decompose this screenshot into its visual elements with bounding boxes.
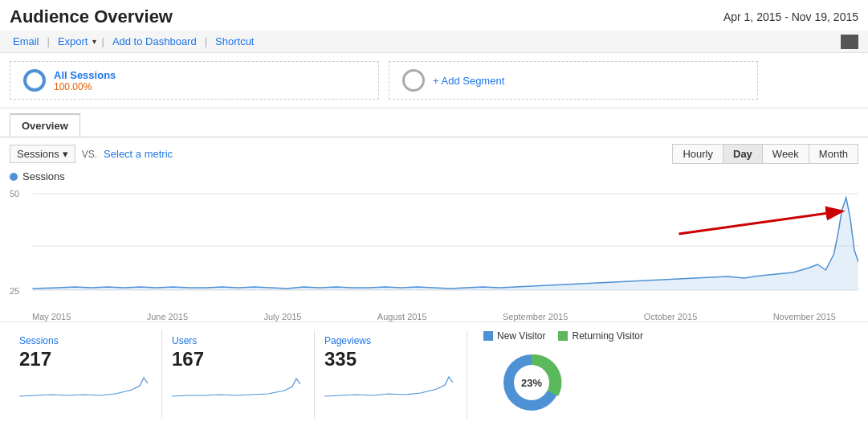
separator-3: | xyxy=(205,35,207,47)
active-segment-box: All Sessions 100.00% xyxy=(10,61,379,100)
sessions-legend-label: Sessions xyxy=(22,170,65,182)
add-segment-box[interactable]: + Add Segment xyxy=(389,61,758,100)
graduation-cap-icon xyxy=(841,35,858,49)
y-label-50: 50 xyxy=(10,189,19,199)
pageviews-mini-chart xyxy=(324,374,457,398)
sessions-mini-chart xyxy=(19,374,152,398)
x-label-october: October 2015 xyxy=(644,312,698,321)
pageviews-stat: Pageviews 335 xyxy=(315,330,467,419)
email-button[interactable]: Email xyxy=(10,34,43,49)
mortar-board-icon xyxy=(841,35,858,49)
time-btn-week[interactable]: Week xyxy=(762,144,809,164)
metric-selector: Sessions ▾ VS. Select a metric xyxy=(10,145,173,163)
bottom-section: Sessions 217 Users 167 Pageviews 335 xyxy=(0,321,868,427)
add-to-dashboard-button[interactable]: Add to Dashboard xyxy=(109,34,200,49)
segment-info: All Sessions 100.00% xyxy=(54,69,116,92)
export-caret-icon: ▾ xyxy=(92,37,96,46)
metric-caret-icon: ▾ xyxy=(63,148,68,160)
y-label-25: 25 xyxy=(10,286,19,296)
chart-controls: Sessions ▾ VS. Select a metric Hourly Da… xyxy=(0,137,868,170)
vs-label: VS. xyxy=(82,149,97,160)
select-metric-link[interactable]: Select a metric xyxy=(104,148,173,160)
chart-area: Sessions 50 25 May 2015 June 2015 xyxy=(0,170,868,321)
time-btn-hourly[interactable]: Hourly xyxy=(672,144,723,164)
returning-visitor-label: Returning Visitor xyxy=(572,330,643,342)
export-dropdown[interactable]: Export ▾ xyxy=(55,34,97,49)
pageviews-stat-label: Pageviews xyxy=(324,335,457,346)
x-label-may: May 2015 xyxy=(32,312,71,321)
add-segment-label: + Add Segment xyxy=(433,75,504,87)
sessions-legend-dot xyxy=(10,173,18,181)
donut-legend: New Visitor Returning Visitor xyxy=(483,330,643,342)
metric-dropdown[interactable]: Sessions ▾ xyxy=(10,145,75,163)
time-buttons: Hourly Day Week Month xyxy=(673,144,858,164)
donut-chart: 23% xyxy=(483,346,580,419)
chart-svg xyxy=(10,186,858,310)
chart-wrapper: 50 25 xyxy=(10,186,858,310)
x-label-august: August 2015 xyxy=(377,312,427,321)
sessions-stat-value: 217 xyxy=(19,348,152,371)
time-btn-month[interactable]: Month xyxy=(809,144,858,164)
add-segment-circle-icon xyxy=(402,69,425,92)
sessions-stat: Sessions 217 xyxy=(10,330,162,419)
segment-bar: All Sessions 100.00% + Add Segment xyxy=(0,53,868,108)
chart-legend: Sessions xyxy=(10,170,858,182)
new-visitor-color xyxy=(483,331,493,341)
new-visitor-legend: New Visitor xyxy=(483,330,545,342)
x-label-november: November 2015 xyxy=(773,312,836,321)
sessions-stat-label: Sessions xyxy=(19,335,152,346)
svg-text:23%: 23% xyxy=(521,377,542,389)
returning-visitor-color xyxy=(558,331,568,341)
segment-percentage: 100.00% xyxy=(54,81,116,92)
segment-circle-icon xyxy=(23,69,46,92)
separator-2: | xyxy=(101,35,104,47)
donut-section: New Visitor Returning Visitor 23% xyxy=(467,330,858,419)
new-visitor-label: New Visitor xyxy=(497,330,545,342)
users-stat-value: 167 xyxy=(172,348,304,371)
metric-label: Sessions xyxy=(17,148,59,160)
separator-1: | xyxy=(47,35,50,47)
toolbar: Email | Export ▾ | Add to Dashboard | Sh… xyxy=(0,31,868,53)
users-stat: Users 167 xyxy=(162,330,315,419)
tab-overview[interactable]: Overview xyxy=(10,113,80,137)
segment-name[interactable]: All Sessions xyxy=(54,69,116,81)
x-label-september: September 2015 xyxy=(503,312,568,321)
time-btn-day[interactable]: Day xyxy=(723,144,763,164)
users-stat-label: Users xyxy=(172,335,304,346)
header-bar: Audience Overview Apr 1, 2015 - Nov 19, … xyxy=(0,0,868,31)
page-title: Audience Overview xyxy=(10,6,173,27)
x-label-july: July 2015 xyxy=(263,312,301,321)
users-mini-chart xyxy=(172,374,304,398)
tabs-bar: Overview xyxy=(0,108,868,137)
svg-marker-4 xyxy=(32,198,858,290)
svg-line-5 xyxy=(679,211,840,234)
x-label-june: June 2015 xyxy=(147,312,188,321)
y-axis-labels: 50 25 xyxy=(10,186,19,310)
donut-wrapper: 23% xyxy=(483,346,580,419)
returning-visitor-legend: Returning Visitor xyxy=(558,330,643,342)
pageviews-stat-value: 335 xyxy=(324,348,457,371)
export-label: Export xyxy=(55,34,92,49)
x-axis-labels: May 2015 June 2015 July 2015 August 2015… xyxy=(10,310,858,321)
date-range: Apr 1, 2015 - Nov 19, 2015 xyxy=(723,10,858,23)
shortcut-button[interactable]: Shortcut xyxy=(212,34,257,49)
